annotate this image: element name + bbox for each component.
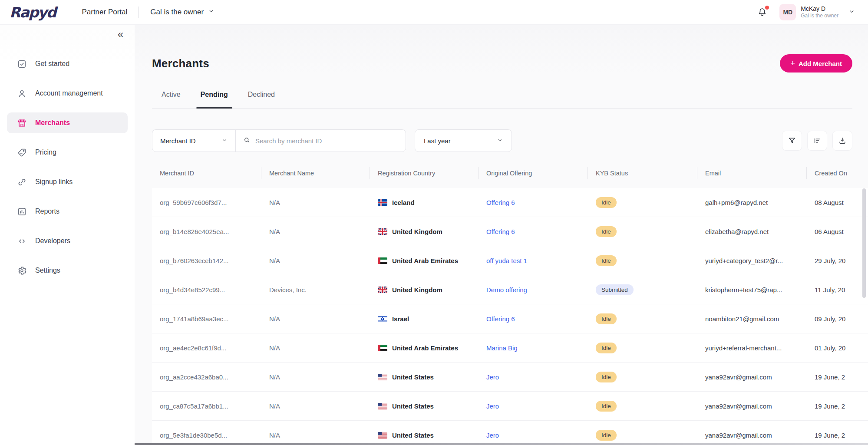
- avatar: MD: [779, 4, 796, 20]
- offering-link[interactable]: Jero: [486, 373, 499, 381]
- column-header-original-offering: Original Offering: [479, 163, 588, 184]
- filter-row: Merchant ID Last year: [152, 129, 852, 152]
- kyb-status-badge: Idle: [596, 313, 617, 324]
- account-selector-dropdown[interactable]: Gal is the owner: [150, 8, 215, 16]
- sort-icon: [813, 136, 822, 145]
- bar-chart-icon: [17, 206, 27, 217]
- price-tag-icon: [17, 147, 27, 158]
- table-row[interactable]: org_5e3fa1de30be5d...N/AUnited StatesJer…: [152, 421, 868, 445]
- cell-registration-country: United Kingdom: [370, 286, 479, 293]
- country-name: United States: [392, 402, 434, 410]
- offering-link[interactable]: Jero: [486, 402, 499, 410]
- cell-original-offering: Jero: [479, 432, 588, 439]
- search-group: Merchant ID: [152, 129, 406, 152]
- country-name: United Arab Emirates: [392, 257, 458, 264]
- cell-merchant-id: org_ae4ec2e8c61f9d...: [152, 344, 261, 352]
- offering-link[interactable]: Marina Big: [486, 344, 518, 352]
- cell-email: yana92avr@gmail.com: [697, 373, 807, 381]
- offering-link[interactable]: off yuda test 1: [486, 257, 527, 264]
- tab-declined[interactable]: Declined: [248, 91, 275, 108]
- sidebar-collapse-button[interactable]: «: [118, 29, 123, 40]
- cell-kyb-status: Idle: [588, 197, 697, 208]
- country-name: Israel: [392, 315, 409, 323]
- cell-email: yana92avr@gmail.com: [697, 402, 807, 410]
- tab-active[interactable]: Active: [162, 91, 181, 108]
- cell-original-offering: Jero: [479, 402, 588, 410]
- sidebar-item-developers[interactable]: Developers: [7, 231, 128, 251]
- column-header-kyb-status: KYB Status: [588, 163, 697, 184]
- table-row[interactable]: org_ae4ec2e8c61f9d...N/AUnited Arab Emir…: [152, 333, 868, 363]
- search-field-label: Merchant ID: [160, 137, 196, 145]
- table-row[interactable]: org_59b697c606f3d7...N/AIcelandOffering …: [152, 188, 868, 217]
- notifications-button[interactable]: [757, 7, 768, 18]
- table-row[interactable]: org_b4d34e8522c99...Devices, Inc.United …: [152, 275, 868, 304]
- sidebar-item-reports[interactable]: Reports: [7, 201, 128, 222]
- offering-link[interactable]: Jero: [486, 432, 499, 439]
- add-merchant-button[interactable]: + Add Merchant: [780, 54, 852, 73]
- sidebar-item-get-started[interactable]: Get started: [7, 53, 128, 74]
- offering-link[interactable]: Offering 6: [486, 199, 515, 206]
- sidebar-item-merchants[interactable]: Merchants: [7, 112, 128, 133]
- offering-link[interactable]: Demo offering: [486, 286, 527, 293]
- cell-created-on: 11 July, 20: [807, 286, 868, 293]
- table-row[interactable]: org_b14e826e4025ea...N/AUnited KingdomOf…: [152, 217, 868, 246]
- search-field-dropdown[interactable]: Merchant ID: [152, 130, 236, 152]
- kyb-status-badge: Idle: [596, 430, 617, 441]
- country-name: Iceland: [392, 199, 415, 206]
- country-name: United States: [392, 373, 434, 381]
- plus-icon: +: [790, 59, 795, 68]
- cell-created-on: 29 July, 20: [807, 257, 868, 264]
- date-range-dropdown[interactable]: Last year: [415, 129, 512, 152]
- filter-button[interactable]: [782, 131, 802, 151]
- sidebar-item-label: Signup links: [35, 178, 73, 186]
- cell-original-offering: Jero: [479, 373, 588, 381]
- cell-email: galh+pm6@rapyd.net: [697, 199, 807, 206]
- sidebar-item-signup-links[interactable]: Signup links: [7, 171, 128, 192]
- cell-kyb-status: Idle: [588, 343, 697, 353]
- table-row[interactable]: org_1741a8b69aa3ec...N/AIsraelOffering 6…: [152, 304, 868, 333]
- title-row: Merchants + Add Merchant: [152, 25, 852, 73]
- top-header: Rapyd Partner Portal Gal is the owner MD…: [0, 0, 868, 25]
- kyb-status-badge: Idle: [596, 197, 617, 208]
- tab-bar: ActivePendingDeclined: [152, 91, 852, 109]
- table-row[interactable]: org_aa2cce432a6ba0...N/AUnited StatesJer…: [152, 363, 868, 392]
- sidebar-item-account-management[interactable]: Account management: [7, 83, 128, 104]
- cell-merchant-name: N/A: [261, 257, 370, 264]
- cell-registration-country: Israel: [370, 315, 479, 323]
- offering-link[interactable]: Offering 6: [486, 315, 515, 323]
- app-screen: Rapyd Partner Portal Gal is the owner MD…: [0, 0, 868, 445]
- cell-merchant-name: N/A: [261, 199, 370, 206]
- vertical-scrollbar[interactable]: [862, 188, 866, 298]
- table-row[interactable]: org_ca87c5a17a6bb1...N/AUnited StatesJer…: [152, 392, 868, 421]
- header-right-group: MD McKay D Gal is the owner: [757, 4, 868, 20]
- storefront-icon: [17, 118, 27, 128]
- table-row[interactable]: org_b760263eceb142...N/AUnited Arab Emir…: [152, 246, 868, 275]
- search-input[interactable]: [255, 137, 399, 145]
- kyb-status-badge: Idle: [596, 401, 617, 412]
- cell-created-on: 08 August: [807, 199, 868, 206]
- country-name: United Kingdom: [392, 286, 442, 293]
- cell-merchant-id: org_ca87c5a17a6bb1...: [152, 402, 261, 410]
- cell-registration-country: United Kingdom: [370, 228, 479, 235]
- cell-merchant-name: N/A: [261, 373, 370, 381]
- flag-icon-gb: [378, 228, 387, 235]
- sidebar-item-settings[interactable]: Settings: [7, 260, 128, 281]
- offering-link[interactable]: Offering 6: [486, 228, 515, 235]
- chevron-down-icon: [208, 8, 215, 16]
- sort-button[interactable]: [807, 131, 827, 151]
- country-name: United States: [392, 432, 434, 439]
- cell-merchant-name: N/A: [261, 402, 370, 410]
- user-menu[interactable]: MD McKay D Gal is the owner: [779, 4, 855, 20]
- header-divider: [139, 7, 139, 18]
- sidebar-item-pricing[interactable]: Pricing: [7, 142, 128, 163]
- cell-merchant-id: org_aa2cce432a6ba0...: [152, 373, 261, 381]
- cell-merchant-name: N/A: [261, 315, 370, 323]
- country-name: United Arab Emirates: [392, 344, 458, 352]
- cell-email: yuriyd+referral-merchant...: [697, 344, 807, 352]
- cell-merchant-name: N/A: [261, 432, 370, 439]
- download-button[interactable]: [832, 131, 852, 151]
- cell-kyb-status: Idle: [588, 313, 697, 324]
- cell-kyb-status: Idle: [588, 430, 697, 441]
- sidebar-item-label: Get started: [35, 60, 69, 68]
- tab-pending[interactable]: Pending: [201, 91, 228, 108]
